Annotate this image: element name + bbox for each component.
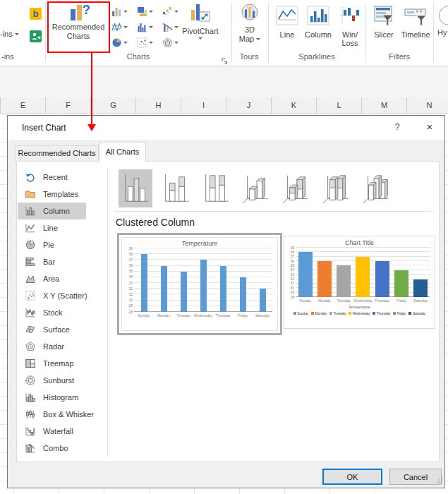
y-tick-label: 29: [286, 291, 294, 294]
sidebar-item-waterfall[interactable]: Waterfall: [18, 423, 86, 440]
pie-chart-button[interactable]: [111, 35, 137, 50]
sidebar-item-templates[interactable]: Templates: [18, 186, 86, 203]
add-ins-button-partial[interactable]: -ins: [0, 30, 19, 38]
sparkline-line-icon: [276, 6, 298, 25]
y-tick-label: 32: [125, 287, 133, 291]
column-header-k[interactable]: K: [272, 97, 317, 114]
stacked-bar-chart-button[interactable]: [137, 4, 162, 19]
x-category-label: Friday: [233, 313, 253, 318]
column-chart-button[interactable]: [111, 4, 137, 19]
sidebar-item-label: X Y (Scatter): [43, 291, 87, 300]
subtype-3d-column[interactable]: [360, 169, 394, 207]
y-tick-label: 31: [125, 293, 133, 296]
charts-dialog-launcher-icon[interactable]: [222, 54, 228, 67]
slicer-icon: [374, 6, 394, 27]
sidebar-item-column[interactable]: Column: [18, 203, 86, 219]
bing-maps-addin-icon[interactable]: b: [30, 8, 42, 20]
store-addin-icon[interactable]: [30, 30, 42, 42]
sidebar-divider: [107, 167, 108, 457]
bar-sunday: [298, 252, 313, 297]
legend: SundayMondayTuesdayWednesdayThursdayFrid…: [285, 311, 434, 315]
subtype-clustered-column[interactable]: [119, 169, 152, 207]
subtype-3d-stacked-column[interactable]: [279, 169, 313, 207]
slicer-button[interactable]: Slicer: [370, 6, 398, 39]
bar-friday: [240, 277, 246, 312]
ok-button[interactable]: OK: [322, 469, 382, 485]
line-chart-button[interactable]: [111, 19, 137, 35]
chart-type-button-grid: [111, 4, 186, 50]
sidebar-item-box-whisker[interactable]: Box & Whisker: [18, 406, 86, 423]
column-header-h[interactable]: H: [136, 97, 181, 114]
sidebar-item-label: Column: [43, 207, 70, 215]
radar-chart-icon: [162, 37, 173, 48]
sidebar-item-stock[interactable]: Stock: [18, 304, 86, 321]
chart-title: Temperature: [122, 240, 277, 247]
sidebar-item-radar[interactable]: Radar: [18, 338, 86, 355]
x-category-label: Thursday: [213, 313, 233, 318]
subtype-stacked-column[interactable]: [159, 169, 193, 207]
timeline-button[interactable]: Timeline: [399, 6, 432, 39]
sparkline-line-button[interactable]: Line: [274, 6, 301, 39]
chart-preview-alt[interactable]: Chart Title282930313233343536373839Sunda…: [284, 236, 435, 329]
sidebar-item-histogram[interactable]: Histogram: [18, 389, 86, 406]
sidebar-item-area[interactable]: Area: [18, 270, 86, 287]
sidebar-item-x-y-scatter[interactable]: X Y (Scatter): [18, 287, 86, 304]
preview-chart-temperature: Temperature282930313233343536373839Sunda…: [121, 237, 278, 331]
histogram-icon: [25, 392, 36, 403]
chart-preview-selected[interactable]: Temperature282930313233343536373839Sunda…: [117, 233, 282, 335]
subtype-heading: Clustered Column: [116, 217, 195, 228]
sidebar-item-recent[interactable]: Recent: [18, 169, 86, 186]
recent-icon: [25, 171, 36, 183]
close-icon[interactable]: ×: [420, 121, 439, 133]
help-icon[interactable]: ?: [389, 121, 406, 132]
column-header-l[interactable]: L: [317, 97, 362, 114]
column-header-e[interactable]: E: [1, 97, 46, 114]
column-header-j[interactable]: J: [226, 97, 272, 114]
tab-all-charts[interactable]: All Charts: [99, 142, 146, 162]
templates-icon: [25, 188, 36, 200]
clustered-column-chart-button[interactable]: [137, 19, 162, 35]
bar-chart-icon: [25, 256, 36, 267]
y-tick-label: 39: [286, 246, 294, 250]
3d-map-button[interactable]: 3D Map: [234, 3, 265, 51]
column-header-m[interactable]: M: [362, 97, 407, 114]
recommended-charts-button[interactable]: ? Recommended Charts: [49, 4, 107, 50]
pivotchart-button[interactable]: PivotChart: [178, 3, 223, 51]
sidebar-item-pie[interactable]: Pie: [18, 236, 86, 253]
sidebar-item-label: Treemap: [43, 359, 74, 368]
column-header-f[interactable]: F: [46, 97, 91, 114]
cancel-button[interactable]: Cancel: [389, 469, 442, 485]
scatter-chart-button[interactable]: [137, 35, 162, 50]
dialog-titlebar[interactable]: Insert Chart ? ×: [8, 116, 444, 140]
sidebar-item-bar[interactable]: Bar: [18, 253, 86, 270]
resize-grip[interactable]: [436, 474, 443, 486]
sidebar-item-line[interactable]: Line: [18, 219, 86, 236]
treemap-icon: [25, 358, 36, 369]
subtype-3d-100-stacked-column[interactable]: [320, 169, 353, 207]
legend-swatch: [408, 312, 411, 315]
column-header-n[interactable]: N: [407, 97, 448, 114]
sunburst-icon: [25, 375, 36, 386]
area-chart-icon: [25, 273, 36, 284]
tab-recommended-charts[interactable]: Recommended Charts: [15, 145, 99, 162]
sidebar-item-treemap[interactable]: Treemap: [18, 355, 86, 372]
x-category-label: Sunday: [296, 299, 315, 303]
x-category-label: Monday: [154, 313, 174, 318]
column-header-i[interactable]: I: [181, 97, 226, 114]
sidebar-item-surface[interactable]: Surface: [18, 321, 86, 338]
sidebar-item-combo[interactable]: Combo: [18, 440, 86, 457]
bars: [296, 248, 430, 297]
subtype-100-stacked-column[interactable]: [199, 169, 233, 207]
sparkline-column-button[interactable]: Column: [302, 6, 334, 39]
legend-label: Monday: [315, 311, 327, 315]
y-tick-label: 29: [125, 304, 133, 308]
y-tick-label: 30: [286, 287, 294, 290]
y-tick-label: 36: [125, 264, 133, 267]
sparkline-winloss-button[interactable]: Win/ Loss: [337, 6, 364, 47]
hyperlink-icon-partial[interactable]: [439, 6, 448, 25]
dialog-title: Insert Chart: [22, 123, 66, 133]
subtype-3d-clustered-column[interactable]: [239, 169, 273, 207]
sidebar-item-sunburst[interactable]: Sunburst: [18, 372, 86, 389]
column-header-g[interactable]: G: [91, 97, 136, 114]
recommended-charts-label: Recommended Charts: [49, 23, 107, 41]
